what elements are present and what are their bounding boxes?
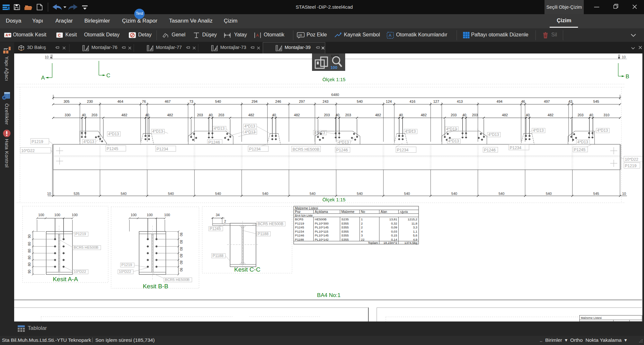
svg-text:Ölçek 1:15: Ölçek 1:15 bbox=[322, 77, 346, 82]
svg-text:A: A bbox=[41, 75, 45, 81]
svg-text:A: A bbox=[5, 33, 8, 37]
svg-text:0,15: 0,15 bbox=[391, 234, 397, 237]
svg-text:4*D13: 4*D13 bbox=[533, 128, 544, 133]
svg-text:10*D22: 10*D22 bbox=[625, 157, 639, 162]
svg-text:Kesit C-C: Kesit C-C bbox=[234, 266, 260, 273]
svg-text:BCR5 HE500B: BCR5 HE500B bbox=[74, 245, 99, 249]
svg-text:4*D13: 4*D13 bbox=[446, 127, 457, 131]
svg-text:PL10*145: PL10*145 bbox=[315, 234, 329, 237]
svg-text:10*D22: 10*D22 bbox=[119, 270, 131, 273]
svg-text:S355: S355 bbox=[341, 234, 349, 237]
svg-text:4*D13: 4*D13 bbox=[214, 126, 225, 131]
svg-text:Açıklama: Açıklama bbox=[315, 210, 328, 214]
svg-text:2: 2 bbox=[361, 222, 363, 225]
svg-text:S355: S355 bbox=[341, 230, 349, 233]
svg-text:203: 203 bbox=[578, 113, 583, 117]
svg-text:230: 230 bbox=[87, 100, 93, 103]
svg-text:P1245: P1245 bbox=[295, 225, 304, 229]
svg-text:40: 40 bbox=[589, 113, 593, 117]
svg-text:535: 535 bbox=[74, 192, 80, 196]
svg-text:4*D13: 4*D13 bbox=[448, 139, 459, 143]
svg-text:BCR5 HE500B: BCR5 HE500B bbox=[258, 222, 283, 226]
svg-text:80: 80 bbox=[27, 242, 31, 246]
svg-text:4*D13: 4*D13 bbox=[108, 132, 119, 136]
svg-text:Poz: Poz bbox=[295, 210, 300, 214]
svg-text:S235: S235 bbox=[341, 217, 349, 221]
svg-text:P1188: P1188 bbox=[258, 232, 269, 236]
svg-text:203: 203 bbox=[472, 113, 478, 117]
svg-text:540: 540 bbox=[451, 192, 457, 196]
svg-text:4*D13: 4*D13 bbox=[152, 129, 163, 134]
svg-text:Alan: Alan bbox=[381, 210, 387, 214]
svg-text:246: 246 bbox=[275, 100, 281, 103]
svg-text:BA4 No:1: BA4 No:1 bbox=[317, 292, 341, 298]
svg-text:540: 540 bbox=[215, 192, 221, 196]
svg-text:482: 482 bbox=[248, 113, 254, 117]
svg-text:2: 2 bbox=[224, 219, 226, 223]
svg-text:203: 203 bbox=[324, 113, 330, 117]
svg-text:80: 80 bbox=[27, 249, 31, 253]
svg-text:5,6: 5,6 bbox=[413, 234, 417, 237]
svg-text:43: 43 bbox=[568, 100, 572, 103]
svg-text:P1245: P1245 bbox=[210, 226, 221, 231]
svg-text:80: 80 bbox=[27, 263, 31, 266]
svg-text:18,23m^2: 18,23m^2 bbox=[384, 241, 397, 244]
svg-text:S355: S355 bbox=[341, 222, 349, 225]
svg-text:90: 90 bbox=[179, 268, 183, 272]
svg-text:40: 40 bbox=[209, 113, 213, 117]
svg-text:540: 540 bbox=[262, 192, 268, 196]
svg-text:22: 22 bbox=[361, 238, 365, 241]
svg-text:76: 76 bbox=[142, 100, 146, 103]
svg-text:10: 10 bbox=[622, 55, 626, 59]
svg-text:P1245: P1245 bbox=[574, 148, 585, 152]
svg-text:482: 482 bbox=[121, 113, 127, 117]
svg-text:P1219: P1219 bbox=[625, 164, 637, 168]
svg-text:297: 297 bbox=[299, 100, 305, 103]
svg-text:Toplam: Toplam bbox=[368, 241, 378, 244]
svg-text:4*D13: 4*D13 bbox=[244, 124, 255, 129]
svg-text:BCR5: BCR5 bbox=[295, 217, 304, 221]
svg-text:P1246: P1246 bbox=[208, 140, 220, 145]
svg-text:203: 203 bbox=[451, 113, 457, 117]
svg-text:540: 540 bbox=[215, 100, 221, 103]
svg-text:P1245: P1245 bbox=[107, 147, 118, 151]
svg-text:73: 73 bbox=[189, 100, 193, 103]
svg-text:34: 34 bbox=[216, 213, 220, 217]
svg-text:C: C bbox=[106, 72, 110, 79]
svg-text:4*D13: 4*D13 bbox=[597, 128, 608, 133]
svg-text:10*D22: 10*D22 bbox=[74, 270, 86, 273]
svg-text:BCR5 HE500B: BCR5 HE500B bbox=[293, 147, 319, 152]
svg-text:1: 1 bbox=[361, 217, 363, 221]
svg-text:4*D13: 4*D13 bbox=[577, 140, 588, 144]
svg-text:80: 80 bbox=[179, 240, 183, 244]
svg-text:482: 482 bbox=[548, 113, 554, 117]
svg-text:P1188: P1188 bbox=[213, 254, 223, 258]
svg-text:4*D13: 4*D13 bbox=[338, 140, 349, 145]
svg-text:482: 482 bbox=[167, 113, 173, 117]
svg-text:0,03: 0,03 bbox=[391, 230, 397, 233]
svg-text:10: 10 bbox=[622, 192, 626, 196]
svg-text:46: 46 bbox=[521, 100, 525, 103]
svg-text:100: 100 bbox=[54, 213, 60, 217]
svg-text:124: 124 bbox=[386, 100, 392, 103]
svg-text:100: 100 bbox=[164, 213, 170, 217]
svg-text:494: 494 bbox=[497, 100, 502, 103]
svg-text:203: 203 bbox=[91, 113, 97, 117]
svg-text:10: 10 bbox=[47, 192, 51, 196]
svg-text:BCR5 HE500B: BCR5 HE500B bbox=[165, 278, 190, 282]
svg-text:80: 80 bbox=[179, 261, 183, 264]
svg-text:0,32: 0,32 bbox=[391, 222, 397, 225]
svg-text:HE500B: HE500B bbox=[315, 217, 327, 221]
svg-text:10: 10 bbox=[45, 55, 49, 59]
svg-text:PL10*145: PL10*145 bbox=[315, 225, 329, 229]
svg-text:P1219: P1219 bbox=[32, 139, 43, 144]
svg-text:40: 40 bbox=[399, 113, 403, 117]
svg-text:P1234: P1234 bbox=[397, 148, 409, 152]
svg-text:330: 330 bbox=[65, 113, 71, 117]
svg-text:BA4 İçin Liste: BA4 İçin Liste bbox=[295, 214, 313, 217]
svg-text:127: 127 bbox=[433, 100, 439, 103]
svg-text:80: 80 bbox=[27, 256, 31, 260]
svg-text:P1234: P1234 bbox=[156, 147, 168, 151]
svg-text:2: 2 bbox=[361, 225, 363, 229]
svg-text:310: 310 bbox=[603, 113, 609, 117]
